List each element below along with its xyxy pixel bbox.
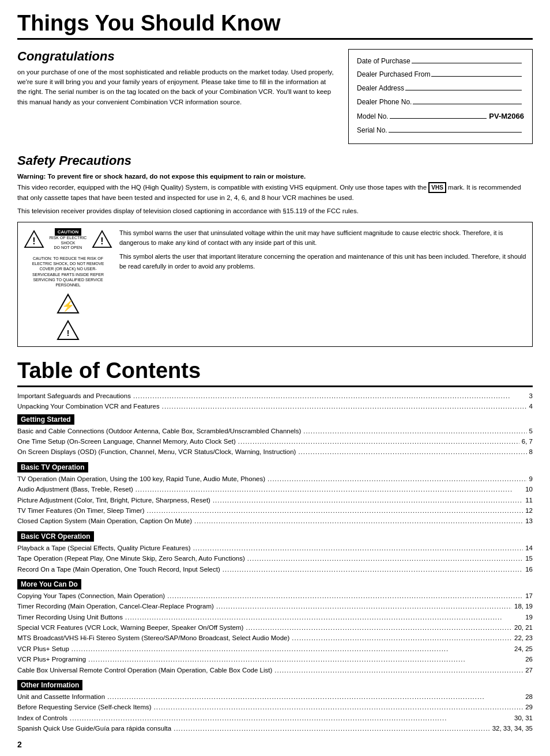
toc-dots: ........................................… (303, 426, 526, 436)
toc-entry-text: Closed Caption System (Main Operation, C… (17, 516, 192, 526)
safety-title: Safety Precautions (17, 153, 533, 168)
vhs-mark: VHS (428, 182, 446, 193)
toc-entry-text: Unpacking Your Combination VCR and Featu… (17, 401, 160, 411)
toc-entry: Audio Adjustment (Bass, Treble, Reset)..… (17, 484, 533, 494)
toc-entry: Unpacking Your Combination VCR and Featu… (17, 401, 533, 411)
toc-section-header: Getting Started (17, 414, 74, 425)
info-field-label: Dealer Purchased From (357, 69, 430, 81)
toc-entry: Special VCR Features (VCR Lock, Warning … (17, 622, 533, 633)
toc-dots: ........................................… (154, 702, 523, 712)
info-field: Serial No. (357, 124, 524, 137)
toc-entry-page: 17 (525, 591, 533, 601)
toc-container: Important Safeguards and Precautions....… (17, 391, 533, 734)
safety-section: Safety Precautions Warning: To prevent f… (17, 153, 533, 346)
caution-bottom-text: CAUTION: TO REDUCE THE RISK OF ELECTRIC … (31, 256, 106, 288)
toc-entry-text: TV Operation (Main Operation, Using the … (17, 474, 265, 484)
alert-triangle-icon: ! (56, 320, 80, 341)
congratulations-title: Congratulations (17, 49, 337, 64)
info-field-line (412, 63, 522, 63)
toc-entry: Closed Caption System (Main Operation, C… (17, 516, 533, 526)
warning-bold: Warning: To prevent fire or shock hazard… (17, 173, 306, 180)
toc-entry-text: Tape Operation (Repeat Play, One Minute … (17, 553, 245, 564)
caution-symbols-top: ! CAUTION RISK OF ELECTRIC SHOCKDO NOT O… (24, 228, 112, 250)
toc-dots: ........................................… (194, 516, 523, 526)
toc-dots: ........................................… (238, 436, 519, 447)
page-number: 2 (17, 740, 533, 749)
toc-entry: Record On a Tape (Main Operation, One To… (17, 564, 533, 574)
toc-entry: Important Safeguards and Precautions....… (17, 391, 533, 401)
toc-entry: Tape Operation (Repeat Play, One Minute … (17, 553, 533, 564)
toc-dots: ........................................… (174, 723, 489, 734)
info-field-line (390, 118, 487, 119)
toc-dots: ........................................… (216, 601, 512, 611)
info-field-line (389, 132, 522, 133)
caution-text2: This symbol alerts the user that importa… (119, 252, 526, 271)
toc-entry: Copying Your Tapes (Connection, Main Ope… (17, 591, 533, 601)
toc-entry: Basic and Cable Connections (Outdoor Ant… (17, 426, 533, 436)
title-divider (17, 38, 533, 40)
toc-entry-page: 5 (529, 426, 533, 436)
caution-sub-label: RISK OF ELECTRIC SHOCKDO NOT OPEN (48, 236, 88, 250)
toc-section: More You Can DoCopying Your Tapes (Conne… (17, 577, 533, 675)
svg-text:⚡: ⚡ (62, 300, 75, 312)
toc-entry-page: 9 (529, 474, 533, 484)
info-field-label: Date of Purchase (357, 55, 410, 68)
toc-entry: Timer Recording (Main Operation, Cancel-… (17, 601, 533, 611)
toc-dots: ........................................… (135, 484, 523, 494)
toc-entry-page: 14 (525, 543, 533, 553)
caution-label: CAUTION (55, 228, 81, 236)
toc-entry: Timer Recording Using Unit Buttons......… (17, 612, 533, 622)
toc-divider (17, 385, 533, 387)
fcc-text: This television receiver provides displa… (17, 206, 533, 216)
toc-dots: ........................................… (133, 391, 527, 401)
info-field-line (413, 104, 522, 104)
toc-entry-text: Index of Controls (17, 713, 67, 723)
info-field: Model No.PV-M2066 (357, 109, 524, 123)
toc-title: Table of Contents (17, 358, 533, 383)
toc-dots: ........................................… (223, 564, 523, 574)
toc-dots: ........................................… (247, 553, 523, 564)
congratulations-column: Congratulations on your purchase of one … (17, 49, 337, 145)
toc-entry-text: Record On a Tape (Main Operation, One To… (17, 564, 220, 574)
lightning-triangle-icon: ⚡ (56, 293, 80, 314)
toc-dots: ........................................… (125, 612, 523, 622)
svg-text:!: ! (32, 236, 35, 246)
toc-entry: Before Requesting Service (Self-check It… (17, 702, 533, 712)
top-section: Congratulations on your purchase of one … (17, 49, 533, 145)
info-field-label: Model No. (357, 111, 389, 123)
toc-entry-page: 13 (525, 516, 533, 526)
toc-entry-text: On Screen Displays (OSD) (Function, Chan… (17, 447, 296, 457)
toc-entry: Playback a Tape (Special Effects, Qualit… (17, 543, 533, 553)
toc-entry-text: VCR Plus+ Setup (17, 644, 69, 654)
toc-entry-page: 29 (525, 702, 533, 712)
toc-entry-text: Basic and Cable Connections (Outdoor Ant… (17, 426, 301, 436)
toc-entry-page: 28 (525, 691, 533, 702)
caution-text1: This symbol warns the user that uninsula… (119, 228, 526, 247)
info-field-label: Dealer Address (357, 82, 404, 95)
toc-section: Basic TV OperationTV Operation (Main Ope… (17, 460, 533, 527)
toc-entry: TV Timer Features (On Timer, Sleep Timer… (17, 505, 533, 516)
toc-section: Getting StartedBasic and Cable Connectio… (17, 412, 533, 458)
warning-text: Warning: To prevent fire or shock hazard… (17, 172, 533, 203)
toc-entry-text: One Time Setup (On-Screen Language, Chan… (17, 436, 236, 447)
info-field: Dealer Purchased From (357, 69, 524, 81)
warning-body1: This video recorder, equipped with the H… (17, 184, 428, 191)
toc-entry-page: 22, 23 (514, 633, 533, 643)
toc-entry-text: Picture Adjustment (Color, Tint, Bright,… (17, 495, 210, 505)
toc-entry-text: VCR Plus+ Programing (17, 654, 86, 664)
svg-text:!: ! (67, 328, 70, 338)
toc-dots: ........................................… (88, 654, 523, 664)
info-field-label: Serial No. (357, 124, 387, 137)
toc-entry-text: Audio Adjustment (Bass, Treble, Reset) (17, 484, 133, 494)
info-field: Dealer Phone No. (357, 96, 524, 109)
toc-entry-text: Special VCR Features (VCR Lock, Warning … (17, 622, 243, 633)
info-field: Date of Purchase (357, 55, 524, 68)
toc-entry-text: Cable Box Universal Remote Control Opera… (17, 665, 272, 675)
toc-dots: ........................................… (298, 447, 526, 457)
toc-entry: One Time Setup (On-Screen Language, Chan… (17, 436, 533, 447)
toc-entry-page: 20, 21 (514, 622, 533, 633)
toc-entry: Picture Adjustment (Color, Tint, Bright,… (17, 495, 533, 505)
toc-entry-page: 11 (525, 495, 533, 505)
caution-box: ! CAUTION RISK OF ELECTRIC SHOCKDO NOT O… (17, 222, 533, 347)
toc-entry-page: 16 (525, 564, 533, 574)
